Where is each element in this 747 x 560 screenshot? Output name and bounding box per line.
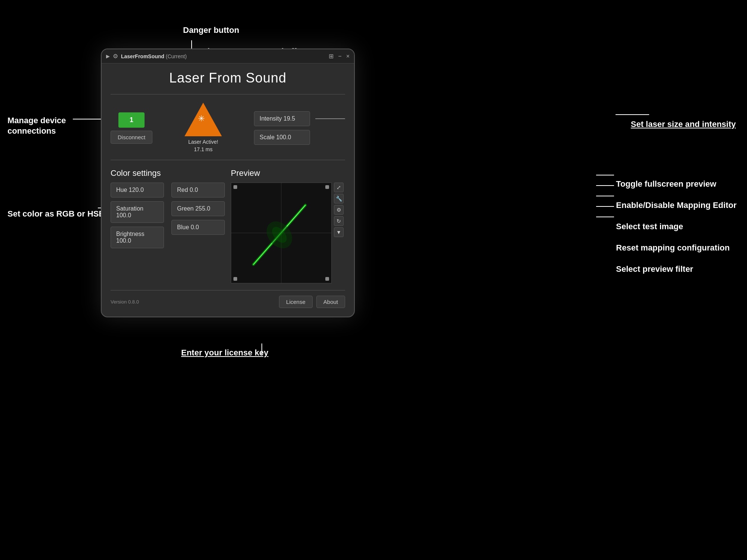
close-button[interactable]: × — [346, 53, 350, 60]
version-text: Version 0.8.0 — [111, 299, 139, 305]
device-number-button[interactable]: 1 — [118, 112, 145, 128]
app-name: LaserFromSound — [121, 53, 164, 59]
scale-field[interactable]: Scale 100.0 — [254, 130, 310, 145]
color-settings-title: Color settings — [111, 168, 225, 178]
disconnect-button[interactable]: Disconnect — [111, 131, 152, 144]
laser-active-text: Laser Active! — [188, 139, 218, 145]
annotation-license: Enter your license key — [181, 337, 269, 358]
annotation-danger-title: Danger button — [183, 25, 239, 35]
annotation-set-laser: Set laser size and intensity — [631, 108, 736, 130]
title-bar: ▶ ⚙ LaserFromSound (Current) ⊞ − × — [102, 49, 354, 63]
fullscreen-toggle-button[interactable]: ⤢ — [334, 183, 344, 192]
laser-active-area: Laser Active! 17.1 ms — [160, 103, 247, 153]
laser-danger-button[interactable] — [185, 103, 222, 136]
annotation-manage-device: Manage device connections — [7, 105, 66, 137]
reset-mapping-button[interactable]: ↻ — [334, 216, 344, 226]
settings-gear-icon[interactable]: ⚙ — [113, 53, 118, 60]
about-button[interactable]: About — [316, 296, 345, 308]
app-window: ▶ ⚙ LaserFromSound (Current) ⊞ − × Laser… — [101, 49, 355, 317]
preview-laser-svg — [231, 183, 331, 283]
annotation-color-label: Set color as RGB or HSB — [7, 209, 105, 218]
brightness-field[interactable]: Brightness 100.0 — [111, 227, 164, 248]
preview-container — [231, 183, 332, 283]
annotation-set-color: Set color as RGB or HSB — [7, 198, 105, 219]
laser-active-label: Laser Active! 17.1 ms — [188, 139, 218, 153]
expand-arrow[interactable]: ▶ — [106, 53, 110, 59]
test-image-button[interactable]: ⚙ — [334, 205, 344, 215]
laser-time-text: 17.1 ms — [194, 146, 213, 152]
main-area: Color settings Hue 120.0 Saturation 100.… — [111, 163, 345, 285]
annotation-fullscreen: Toggle fullscreen preview — [616, 179, 737, 190]
blue-field[interactable]: Blue 0.0 — [171, 220, 225, 235]
window-controls: ⊞ − × — [329, 53, 350, 60]
preview-toolbar: ⤢ 🔧 ⚙ ↻ ▼ — [334, 183, 344, 237]
app-content: Laser From Sound 1 Disconnect Laser Acti… — [102, 63, 354, 317]
minimize-button[interactable]: − — [338, 53, 341, 60]
mapping-editor-button[interactable]: 🔧 — [334, 194, 344, 203]
footer-buttons: License About — [279, 296, 345, 308]
annotation-mapping: Enable/Disable Mapping Editor — [616, 200, 737, 211]
hue-field[interactable]: Hue 120.0 — [111, 183, 164, 197]
annotation-filter: Select preview filter — [616, 264, 737, 275]
intensity-row: Intensity 19.5 — [254, 111, 345, 126]
annotation-laser-label: Set laser size and intensity — [631, 119, 736, 129]
intensity-slider[interactable] — [315, 118, 345, 119]
divider-middle — [111, 160, 345, 160]
window-title: LaserFromSound (Current) — [121, 53, 326, 59]
annotation-manage-label: Manage device connections — [7, 116, 66, 136]
color-settings-section: Color settings Hue 120.0 Saturation 100.… — [111, 163, 225, 285]
rgb-column: Red 0.0 Green 255.0 Blue 0.0 — [171, 183, 225, 248]
green-field[interactable]: Green 255.0 — [171, 201, 225, 216]
device-column: 1 Disconnect — [111, 112, 152, 144]
app-main-title: Laser From Sound — [111, 63, 345, 91]
preview-filter-button[interactable]: ▼ — [334, 227, 344, 237]
annotation-test-image: Select test image — [616, 221, 737, 232]
annotation-reset-mapping: Reset mapping configuration — [616, 243, 737, 253]
hsb-column: Hue 120.0 Saturation 100.0 Brightness 10… — [111, 183, 164, 248]
color-settings-grid: Hue 120.0 Saturation 100.0 Brightness 10… — [111, 183, 225, 248]
top-controls: 1 Disconnect Laser Active! 17.1 ms Inten… — [111, 97, 345, 157]
annotation-preview-tools: Toggle fullscreen preview Enable/Disable… — [616, 168, 737, 286]
red-field[interactable]: Red 0.0 — [171, 183, 225, 197]
scale-row: Scale 100.0 — [254, 130, 345, 145]
license-button[interactable]: License — [279, 296, 313, 308]
preview-wrapper: ⤢ 🔧 ⚙ ↻ ▼ — [231, 183, 332, 283]
preview-title: Preview — [231, 168, 345, 178]
divider-top — [111, 94, 345, 94]
intensity-field[interactable]: Intensity 19.5 — [254, 111, 310, 126]
preview-section: Preview — [231, 163, 345, 285]
intensity-column: Intensity 19.5 Scale 100.0 — [254, 111, 345, 145]
grid-button[interactable]: ⊞ — [329, 53, 334, 60]
annotation-license-label: Enter your license key — [181, 348, 269, 357]
app-title-suffix: (Current) — [164, 53, 187, 59]
footer: Version 0.8.0 License About — [111, 290, 345, 309]
saturation-field[interactable]: Saturation 100.0 — [111, 201, 164, 223]
